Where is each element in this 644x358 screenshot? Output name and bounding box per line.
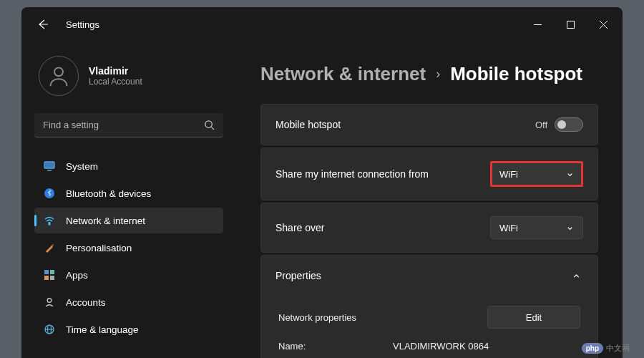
sidebar-item-label: Apps (66, 270, 88, 281)
svg-rect-7 (44, 162, 54, 168)
breadcrumb-current: Mobile hotspot (450, 63, 582, 85)
main-panel: Network & internet › Mobile hotspot Mobi… (236, 42, 623, 358)
watermark-text: 中文网 (606, 343, 630, 354)
collapse-toggle[interactable] (569, 268, 583, 283)
window-controls (521, 10, 620, 39)
network-properties-row: Network properties Edit (278, 303, 580, 332)
svg-rect-11 (44, 270, 49, 274)
person-icon (47, 64, 71, 88)
property-value: VLADIMIRWORK 0864 (393, 341, 580, 352)
chevron-down-icon (566, 224, 574, 232)
back-arrow-icon (37, 19, 49, 30)
sidebar-item-label: Network & internet (66, 216, 145, 226)
card-mobile-hotspot: Mobile hotspot Off (260, 104, 598, 145)
breadcrumb-parent[interactable]: Network & internet (260, 63, 426, 85)
brush-icon (43, 241, 56, 254)
content-area: Vladimir Local Account System Bluetooth … (21, 42, 623, 358)
titlebar: Settings (21, 7, 623, 42)
chevron-right-icon: › (436, 67, 440, 82)
properties-body: Network properties Edit Name: VLADIMIRWO… (261, 296, 597, 358)
properties-subheading: Network properties (278, 312, 487, 323)
property-row-name: Name: VLADIMIRWORK 0864 (278, 332, 580, 358)
user-account-type: Local Account (89, 77, 142, 87)
share-from-dropdown[interactable]: WiFi (490, 161, 583, 187)
card-label: Share over (275, 222, 490, 233)
back-button[interactable] (29, 10, 57, 39)
svg-point-4 (54, 67, 63, 76)
card-properties: Properties Network properties Edit Name:… (260, 255, 598, 358)
watermark: php 中文网 (582, 343, 630, 354)
php-badge: php (582, 343, 603, 354)
svg-point-10 (49, 223, 50, 225)
close-icon (600, 21, 608, 29)
apps-icon (43, 268, 56, 281)
properties-header[interactable]: Properties (261, 256, 597, 296)
svg-point-15 (47, 299, 52, 303)
breadcrumb: Network & internet › Mobile hotspot (260, 63, 598, 85)
card-label: Mobile hotspot (275, 119, 535, 130)
search-box[interactable] (34, 113, 223, 137)
sidebar-item-network[interactable]: Network & internet (34, 208, 223, 233)
user-name: Vladimir (89, 65, 142, 77)
user-block[interactable]: Vladimir Local Account (34, 54, 223, 97)
sidebar-item-accounts[interactable]: Accounts (34, 289, 223, 315)
card-label: Share my internet connection from (275, 168, 490, 180)
sidebar-item-personalisation[interactable]: Personalisation (34, 235, 223, 261)
search-input[interactable] (43, 120, 204, 130)
globe-icon (43, 323, 56, 336)
bluetooth-icon (43, 187, 56, 200)
settings-window: Settings Vladimir Local Account (21, 7, 623, 358)
share-over-dropdown[interactable]: WiFi (490, 216, 583, 239)
chevron-down-icon (566, 170, 574, 178)
sidebar-item-label: Time & language (66, 324, 139, 335)
chevron-up-icon (572, 271, 581, 281)
avatar (39, 56, 79, 96)
svg-point-5 (205, 121, 212, 127)
sidebar-item-label: System (66, 161, 98, 172)
dropdown-value: WiFi (499, 223, 566, 233)
hotspot-toggle[interactable] (555, 117, 583, 132)
sidebar-item-bluetooth[interactable]: Bluetooth & devices (34, 180, 223, 206)
property-key: Name: (278, 341, 393, 352)
properties-heading: Properties (275, 270, 569, 281)
sidebar: Vladimir Local Account System Bluetooth … (21, 42, 236, 358)
sidebar-item-apps[interactable]: Apps (34, 262, 223, 288)
sidebar-item-label: Bluetooth & devices (66, 188, 151, 199)
maximize-button[interactable] (554, 10, 587, 39)
svg-rect-14 (50, 276, 54, 280)
settings-cards: Mobile hotspot Off Share my internet con… (260, 104, 598, 358)
system-icon (43, 160, 56, 173)
toggle-knob (557, 120, 566, 129)
minimize-button[interactable] (521, 10, 554, 39)
close-button[interactable] (587, 10, 620, 39)
svg-line-6 (211, 127, 214, 130)
card-share-from: Share my internet connection from WiFi (260, 147, 598, 200)
sidebar-item-label: Personalisation (66, 243, 132, 253)
sidebar-item-label: Accounts (66, 297, 106, 308)
search-icon (204, 120, 215, 130)
svg-rect-1 (567, 21, 574, 28)
svg-rect-12 (50, 270, 54, 274)
dropdown-value: WiFi (499, 169, 566, 180)
sidebar-item-system[interactable]: System (34, 153, 223, 179)
maximize-icon (567, 21, 575, 29)
card-share-over: Share over WiFi (260, 203, 598, 253)
edit-button[interactable]: Edit (487, 306, 580, 329)
minimize-icon (534, 21, 542, 29)
svg-rect-13 (44, 276, 49, 280)
sidebar-item-time-language[interactable]: Time & language (34, 316, 223, 342)
wifi-icon (43, 214, 56, 227)
nav: System Bluetooth & devices Network & int… (34, 153, 223, 342)
toggle-state-text: Off (535, 120, 547, 130)
window-title: Settings (66, 19, 99, 30)
accounts-icon (43, 296, 56, 309)
